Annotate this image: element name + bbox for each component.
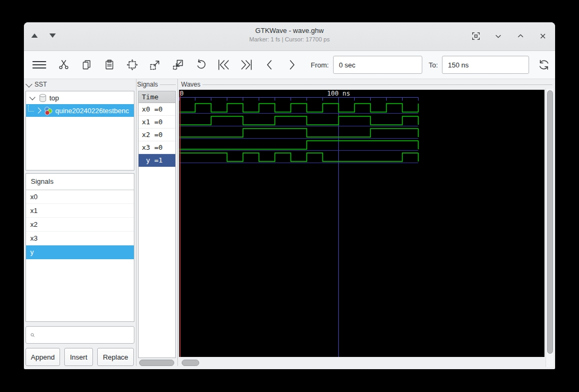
signal-name-row[interactable]: x1 =0 <box>139 116 175 129</box>
signals-listbox: Signals x0x1x2x3y <box>25 173 134 322</box>
sst-collapse-icon <box>25 81 32 88</box>
to-label: To: <box>429 61 438 69</box>
signal-name-row[interactable]: x2 =0 <box>139 129 175 141</box>
zoom-in-button[interactable] <box>148 57 163 73</box>
to-input[interactable] <box>442 56 529 74</box>
frame-line <box>160 84 176 85</box>
hamburger-icon <box>31 58 47 71</box>
waves-frame-label: Waves <box>181 81 552 88</box>
pane-splitter-left[interactable] <box>136 79 137 366</box>
expander-down-icon[interactable] <box>29 94 35 100</box>
reload-button[interactable] <box>537 57 551 73</box>
undo-button[interactable] <box>193 57 208 73</box>
svg-text:100 ns: 100 ns <box>327 90 350 97</box>
tree-guide <box>28 105 34 112</box>
append-button-label: Append <box>31 353 55 361</box>
tree-item-label: quine20240226testbenc <box>55 107 129 115</box>
names-frame-text: Signals <box>137 81 158 88</box>
names-hscrollbar[interactable] <box>138 359 176 366</box>
module-icon <box>39 93 47 103</box>
chevron-left-icon <box>264 58 275 71</box>
waves-vscrollbar[interactable] <box>546 89 554 367</box>
names-rows: x0 =0x1 =0x2 =0x3 =0 y =1 <box>139 103 175 167</box>
toolbar: From: To: <box>24 51 555 79</box>
from-input[interactable] <box>333 56 422 74</box>
signals-list-body: x0x1x2x3y <box>26 190 134 259</box>
skip-end-icon <box>240 58 253 71</box>
skip-start-icon <box>217 58 231 71</box>
signal-name-row[interactable]: x3 =0 <box>139 141 175 154</box>
signal-name-row[interactable]: x0 =0 <box>139 103 175 116</box>
waves-hscrollbar[interactable] <box>179 359 544 366</box>
chevron-down-icon <box>493 31 503 41</box>
waves-frame-text: Waves <box>181 81 200 88</box>
prev-edge-button[interactable] <box>262 57 277 73</box>
fullscreen-button[interactable] <box>469 29 483 43</box>
insert-button-label: Insert <box>70 353 88 361</box>
tree-item-top[interactable]: top <box>26 91 134 104</box>
list-item[interactable]: x2 <box>26 218 134 232</box>
frame-line <box>202 84 552 85</box>
copy-icon <box>81 59 92 71</box>
insert-button[interactable]: Insert <box>64 348 93 366</box>
list-item[interactable]: x0 <box>26 190 134 204</box>
skip-to-end-button[interactable] <box>239 57 254 73</box>
sst-tree: top quine20240226testbenc <box>25 91 134 171</box>
titlebar[interactable]: GTKWave - wave.ghw Marker: 1 fs | Cursor… <box>24 22 555 51</box>
tree-item-testbench[interactable]: quine20240226testbenc <box>26 104 134 117</box>
close-button[interactable] <box>536 29 550 43</box>
chevron-up-icon <box>516 31 525 41</box>
time-header[interactable]: Time <box>139 91 175 103</box>
tree-item-label: top <box>49 94 59 102</box>
list-item[interactable]: x3 <box>26 232 134 245</box>
copy-button[interactable] <box>79 57 94 73</box>
scope-icon <box>44 106 53 115</box>
sst-frame-label[interactable]: SST <box>27 81 47 88</box>
append-button[interactable]: Append <box>25 348 60 366</box>
search-icon <box>30 331 35 339</box>
reload-icon <box>538 58 550 71</box>
list-item[interactable]: x1 <box>26 204 134 218</box>
signals-list-header: Signals <box>26 174 134 190</box>
next-edge-button[interactable] <box>285 57 300 73</box>
maximize-button[interactable] <box>514 29 527 43</box>
skip-to-start-button[interactable] <box>216 57 231 73</box>
close-icon <box>538 31 548 41</box>
zoom-fit-button[interactable] <box>125 57 140 73</box>
menu-button[interactable] <box>30 57 48 73</box>
paste-button[interactable] <box>102 57 117 73</box>
waves-hscroll-thumb[interactable] <box>182 360 199 366</box>
waves-vscroll-thumb[interactable] <box>547 90 553 354</box>
signal-name-row[interactable]: y =1 <box>139 154 175 167</box>
search-input[interactable] <box>38 326 134 344</box>
replace-button-label: Replace <box>103 353 129 361</box>
zoom-fit-icon <box>126 58 139 71</box>
scissors-icon <box>58 59 70 71</box>
zoom-in-icon <box>149 58 161 71</box>
undo-icon <box>194 58 207 71</box>
fullscreen-icon <box>471 31 481 41</box>
zoom-out-icon <box>172 58 184 71</box>
sst-frame-text: SST <box>35 81 47 88</box>
names-hscroll-thumb[interactable] <box>139 360 174 366</box>
signal-names-panel: Time x0 =0x1 =0x2 =0x3 =0 y =1 <box>138 91 176 358</box>
paste-icon <box>104 59 115 71</box>
list-item[interactable]: y <box>26 245 134 259</box>
pane-splitter-right[interactable] <box>177 79 178 366</box>
names-frame-label: Signals <box>137 81 176 88</box>
cut-button[interactable] <box>56 57 71 73</box>
expander-right-icon[interactable] <box>35 107 41 113</box>
from-label: From: <box>311 61 329 69</box>
wave-display[interactable]: 0100 ns <box>179 90 544 357</box>
chevron-right-icon <box>287 58 297 71</box>
replace-button[interactable]: Replace <box>97 348 134 366</box>
waves-svg[interactable]: 0100 ns <box>179 90 544 357</box>
main-content: SST top quine20240226testbenc <box>24 79 555 369</box>
signal-search[interactable] <box>25 326 134 344</box>
minimize-button[interactable] <box>491 29 505 43</box>
zoom-out-button[interactable] <box>171 57 185 73</box>
gtkwave-window: GTKWave - wave.ghw Marker: 1 fs | Cursor… <box>24 22 555 369</box>
